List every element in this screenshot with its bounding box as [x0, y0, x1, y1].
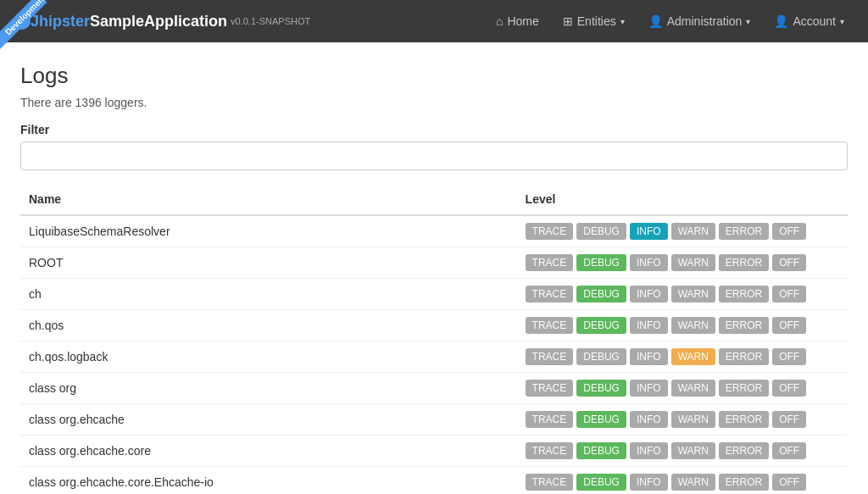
- level-btn-error[interactable]: ERROR: [719, 348, 769, 365]
- level-btn-off[interactable]: OFF: [772, 286, 806, 303]
- level-btn-error[interactable]: ERROR: [719, 254, 769, 271]
- level-btn-trace[interactable]: TRACE: [526, 286, 574, 303]
- level-btn-debug[interactable]: DEBUG: [576, 380, 626, 397]
- account-label: Account: [793, 14, 836, 28]
- level-btn-debug[interactable]: DEBUG: [576, 286, 626, 303]
- logger-name: LiquibaseSchemaResolver: [20, 215, 517, 247]
- logger-name: ROOT: [20, 247, 517, 279]
- level-btn-warn[interactable]: WARN: [671, 254, 715, 271]
- level-btn-debug[interactable]: DEBUG: [576, 317, 626, 334]
- level-btn-warn[interactable]: WARN: [671, 348, 715, 365]
- entities-label: Entities: [577, 14, 616, 28]
- brand-prefix: Jhipster: [31, 13, 90, 30]
- table-row: class org.ehcache.core.Ehcache-ioTRACEDE…: [20, 467, 848, 495]
- nav-link-administration[interactable]: 👤 Administration ▾: [638, 9, 761, 33]
- level-btn-info[interactable]: INFO: [630, 442, 668, 459]
- nav-link-account[interactable]: 👤 Account ▾: [764, 9, 854, 33]
- level-btn-off[interactable]: OFF: [772, 223, 806, 240]
- logger-level-buttons: TRACEDEBUGINFOWARNERROROFF: [517, 215, 848, 247]
- level-btn-trace[interactable]: TRACE: [526, 223, 574, 240]
- table-row: class orgTRACEDEBUGINFOWARNERROROFF: [20, 373, 848, 404]
- level-btn-info[interactable]: INFO: [630, 411, 668, 428]
- level-btn-warn[interactable]: WARN: [671, 474, 715, 491]
- level-btn-off[interactable]: OFF: [772, 442, 806, 459]
- navbar: Development J JhipsterSampleApplication …: [0, 0, 868, 42]
- logger-level-buttons: TRACEDEBUGINFOWARNERROROFF: [517, 279, 848, 310]
- logger-level-buttons: TRACEDEBUGINFOWARNERROROFF: [517, 404, 848, 436]
- col-header-level: Level: [517, 184, 848, 215]
- level-btn-error[interactable]: ERROR: [719, 317, 769, 334]
- account-icon: 👤: [774, 14, 788, 28]
- page-subtitle: There are 1396 loggers.: [20, 96, 848, 109]
- level-btn-warn[interactable]: WARN: [671, 286, 715, 303]
- level-btn-trace[interactable]: TRACE: [526, 411, 574, 428]
- logger-name: class org.ehcache.core.Ehcache-io: [20, 467, 517, 495]
- level-btn-info[interactable]: INFO: [630, 317, 668, 334]
- table-row: ROOTTRACEDEBUGINFOWARNERROROFF: [20, 247, 848, 279]
- filter-input[interactable]: [20, 142, 848, 170]
- logger-level-buttons: TRACEDEBUGINFOWARNERROROFF: [517, 247, 848, 279]
- loggers-table: Name Level LiquibaseSchemaResolverTRACED…: [20, 184, 848, 494]
- loggers-list: LiquibaseSchemaResolverTRACEDEBUGINFOWAR…: [20, 215, 848, 494]
- nav-item-account: 👤 Account ▾: [764, 9, 854, 33]
- logger-name: class org.ehcache.core: [20, 436, 517, 467]
- level-btn-debug[interactable]: DEBUG: [576, 474, 626, 491]
- table-row: LiquibaseSchemaResolverTRACEDEBUGINFOWAR…: [20, 215, 848, 247]
- logger-name: class org.ehcache: [20, 404, 517, 436]
- brand-name: JhipsterSampleApplication: [31, 13, 227, 31]
- level-btn-trace[interactable]: TRACE: [526, 254, 574, 271]
- level-btn-debug[interactable]: DEBUG: [576, 348, 626, 365]
- table-row: chTRACEDEBUGINFOWARNERROROFF: [20, 279, 848, 310]
- nav-item-entities: ⊞ Entities ▾: [553, 9, 635, 33]
- logger-level-buttons: TRACEDEBUGINFOWARNERROROFF: [517, 436, 848, 467]
- brand-version: v0.0.1-SNAPSHOT: [231, 16, 310, 26]
- level-btn-error[interactable]: ERROR: [719, 380, 769, 397]
- nav-item-home: ⌂ Home: [486, 9, 549, 33]
- brand-link[interactable]: J JhipsterSampleApplication v0.0.1-SNAPS…: [14, 13, 310, 31]
- level-btn-error[interactable]: ERROR: [719, 442, 769, 459]
- level-btn-trace[interactable]: TRACE: [526, 474, 574, 491]
- level-btn-warn[interactable]: WARN: [671, 442, 715, 459]
- level-btn-trace[interactable]: TRACE: [526, 442, 574, 459]
- entities-caret: ▾: [620, 17, 625, 26]
- level-btn-debug[interactable]: DEBUG: [576, 254, 626, 271]
- level-btn-off[interactable]: OFF: [772, 317, 806, 334]
- level-btn-debug[interactable]: DEBUG: [576, 223, 626, 240]
- logger-level-buttons: TRACEDEBUGINFOWARNERROROFF: [517, 373, 848, 404]
- level-btn-debug[interactable]: DEBUG: [576, 411, 626, 428]
- level-btn-info[interactable]: INFO: [630, 254, 668, 271]
- logger-name: ch: [20, 279, 517, 310]
- level-btn-debug[interactable]: DEBUG: [576, 442, 626, 459]
- level-btn-trace[interactable]: TRACE: [526, 317, 574, 334]
- level-btn-warn[interactable]: WARN: [671, 411, 715, 428]
- level-btn-error[interactable]: ERROR: [719, 223, 769, 240]
- level-btn-off[interactable]: OFF: [772, 254, 806, 271]
- level-btn-info[interactable]: INFO: [630, 223, 668, 240]
- level-btn-off[interactable]: OFF: [772, 348, 806, 365]
- nav-link-home[interactable]: ⌂ Home: [486, 9, 549, 33]
- level-btn-trace[interactable]: TRACE: [526, 380, 574, 397]
- level-btn-off[interactable]: OFF: [772, 380, 806, 397]
- level-btn-warn[interactable]: WARN: [671, 223, 715, 240]
- entities-icon: ⊞: [563, 14, 573, 28]
- level-btn-warn[interactable]: WARN: [671, 317, 715, 334]
- level-btn-error[interactable]: ERROR: [719, 474, 769, 491]
- level-btn-trace[interactable]: TRACE: [526, 348, 574, 365]
- level-btn-info[interactable]: INFO: [630, 348, 668, 365]
- brand-icon: J: [14, 13, 31, 30]
- logger-level-buttons: TRACEDEBUGINFOWARNERROROFF: [517, 310, 848, 341]
- level-btn-error[interactable]: ERROR: [719, 286, 769, 303]
- logger-name: class org: [20, 373, 517, 404]
- table-row: class org.ehcache.coreTRACEDEBUGINFOWARN…: [20, 436, 848, 467]
- nav-item-administration: 👤 Administration ▾: [638, 9, 761, 33]
- administration-label: Administration: [667, 14, 743, 28]
- level-btn-off[interactable]: OFF: [772, 474, 806, 491]
- level-btn-warn[interactable]: WARN: [671, 380, 715, 397]
- nav-link-entities[interactable]: ⊞ Entities ▾: [553, 9, 635, 33]
- level-btn-info[interactable]: INFO: [630, 286, 668, 303]
- level-btn-info[interactable]: INFO: [630, 474, 668, 491]
- level-btn-info[interactable]: INFO: [630, 380, 668, 397]
- level-btn-error[interactable]: ERROR: [719, 411, 769, 428]
- admin-icon: 👤: [648, 14, 663, 28]
- level-btn-off[interactable]: OFF: [772, 411, 806, 428]
